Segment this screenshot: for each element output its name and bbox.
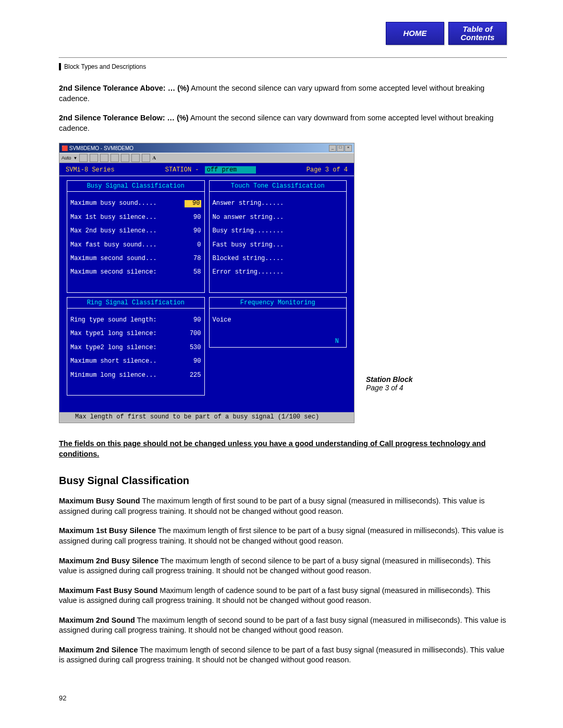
caption-title: Station Block (366, 375, 412, 384)
tool-icon (131, 154, 140, 162)
status-bar: Max length of first sound to be part of … (59, 412, 354, 423)
top-divider (59, 57, 507, 58)
tool-icon (90, 154, 98, 162)
station-label: STATION - (165, 166, 199, 174)
tool-icon (100, 154, 108, 162)
toolbar: Auto▼ A (59, 153, 354, 163)
caption-sub: Page 3 of 4 (366, 384, 412, 392)
shot-caption: Station Block Page 3 of 4 (366, 375, 412, 423)
intro-term-1: 2nd Silence Tolerance Below: … (%) (59, 114, 189, 122)
def-0: Maximum Busy Sound The maximum length of… (59, 496, 507, 516)
intro-term-0: 2nd Silence Tolerance Above: … (%) (59, 84, 189, 92)
window-controls: _□× (329, 145, 352, 152)
def-1: Maximum 1st Busy Silence The maximum len… (59, 526, 507, 546)
station-field: off prem (205, 166, 256, 174)
def-4: Maximum 2nd Sound The maximum length of … (59, 615, 507, 636)
minimize-icon: _ (329, 145, 336, 152)
section-heading: Busy Signal Classification (59, 475, 507, 487)
shot-page: Page 3 of 4 (307, 166, 348, 174)
touch-box-title: Touch Tone Classification (209, 180, 347, 192)
auto-label: Auto (62, 155, 71, 161)
tool-icon (79, 154, 88, 162)
tool-icon (142, 154, 150, 162)
def-3: Maximum Fast Busy Sound Maximum length o… (59, 586, 507, 606)
ring-box: Ring type sound length:90 Max type1 long… (67, 309, 205, 396)
tool-icon (121, 154, 129, 162)
intro-para-0: 2nd Silence Tolerance Above: … (%) Amoun… (59, 83, 507, 104)
freq-box: Voice N (209, 309, 347, 348)
maximize-icon: □ (337, 145, 344, 152)
ring-box-title: Ring Signal Classification (67, 297, 205, 309)
window-title: 🟥 SVM8DEMO - SVM8DEMO (62, 145, 133, 151)
series-label: SVMi-8 Series (66, 166, 115, 174)
window-titlebar: 🟥 SVM8DEMO - SVM8DEMO _□× (59, 143, 354, 153)
toc-button[interactable]: Table of Contents (448, 22, 507, 45)
terminal-screenshot: 🟥 SVM8DEMO - SVM8DEMO _□× Auto▼ A SVMi-8… (59, 143, 354, 423)
busy-box: Maximum busy sound.....90 Max 1st busy s… (67, 192, 205, 293)
close-icon: × (345, 145, 352, 152)
section-tag: Block Types and Descriptions (59, 63, 146, 70)
intro-para-1: 2nd Silence Tolerance Below: … (%) Amoun… (59, 113, 507, 133)
busy-box-title: Busy Signal Classification (67, 180, 205, 192)
touch-box: Answer string...... No answer string... … (209, 192, 347, 293)
page-number: 92 (59, 694, 66, 702)
tool-icon (111, 154, 119, 162)
warning-text: The fields on this page should not be ch… (59, 439, 507, 459)
def-5: Maximum 2nd Silence The maximum length o… (59, 645, 507, 665)
shot-header: SVMi-8 Series STATION - off prem Page 3 … (59, 163, 354, 176)
home-button[interactable]: HOME (386, 22, 444, 45)
freq-box-title: Frequency Monitoring (209, 297, 347, 309)
def-2: Maximum 2nd Busy Silence The maximum len… (59, 556, 507, 576)
